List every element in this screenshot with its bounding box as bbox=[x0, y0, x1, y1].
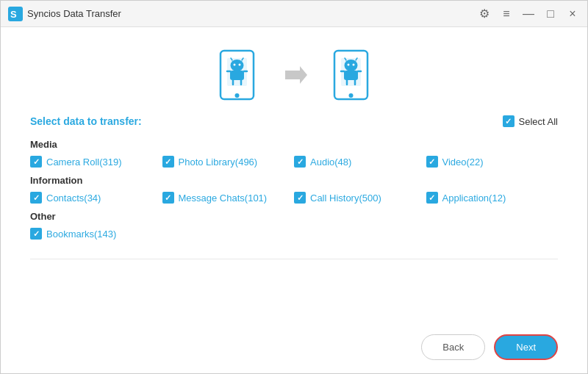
main-content: Select data to transfer: Select All Medi… bbox=[1, 27, 587, 374]
svg-rect-9 bbox=[230, 71, 244, 80]
media-items: Camera Roll(319) Photo Library(496) Audi… bbox=[30, 156, 558, 168]
other-section: Other Bookmarks(143) bbox=[30, 211, 558, 240]
contacts-item[interactable]: Contacts(34) bbox=[30, 192, 162, 204]
app-title: Syncios Data Transfer bbox=[27, 8, 121, 19]
next-button[interactable]: Next bbox=[494, 334, 558, 360]
video-item[interactable]: Video(22) bbox=[426, 156, 559, 168]
svg-point-18 bbox=[345, 60, 358, 71]
bookmarks-item[interactable]: Bookmarks(143) bbox=[30, 228, 162, 240]
message-chats-item[interactable]: Message Chats(101) bbox=[162, 192, 295, 204]
audio-checkbox[interactable] bbox=[294, 156, 306, 168]
select-all-label: Select All bbox=[519, 116, 558, 127]
contacts-label: Contacts(34) bbox=[46, 193, 101, 204]
minimize-button[interactable]: — bbox=[521, 8, 536, 20]
camera-roll-checkbox[interactable] bbox=[30, 156, 42, 168]
svg-point-19 bbox=[348, 64, 350, 66]
photo-library-checkbox[interactable] bbox=[162, 156, 174, 168]
bookmarks-label: Bookmarks(143) bbox=[46, 229, 116, 240]
bookmarks-checkbox[interactable] bbox=[30, 228, 42, 240]
back-button[interactable]: Back bbox=[421, 334, 485, 360]
call-history-label: Call History(500) bbox=[310, 193, 381, 204]
svg-marker-15 bbox=[285, 66, 307, 84]
settings-button[interactable]: ⚙ bbox=[477, 8, 492, 20]
title-bar: S Syncios Data Transfer ⚙ ≡ — □ × bbox=[1, 1, 587, 27]
media-section: Media Camera Roll(319) Photo Library(496… bbox=[30, 139, 558, 168]
photo-library-item[interactable]: Photo Library(496) bbox=[162, 156, 295, 168]
other-section-title: Other bbox=[30, 211, 558, 222]
camera-roll-label: Camera Roll(319) bbox=[46, 157, 122, 168]
transfer-area bbox=[30, 42, 558, 115]
information-section: Information Contacts(34) Message Chats(1… bbox=[30, 175, 558, 204]
audio-label: Audio(48) bbox=[310, 157, 351, 168]
audio-item[interactable]: Audio(48) bbox=[294, 156, 426, 168]
destination-device bbox=[331, 49, 371, 101]
message-chats-checkbox[interactable] bbox=[162, 192, 174, 204]
destination-phone-icon bbox=[331, 49, 371, 101]
select-all-container[interactable]: Select All bbox=[503, 115, 558, 127]
call-history-item[interactable]: Call History(500) bbox=[294, 192, 426, 204]
contacts-checkbox[interactable] bbox=[30, 192, 42, 204]
camera-roll-item[interactable]: Camera Roll(319) bbox=[30, 156, 162, 168]
other-items: Bookmarks(143) bbox=[30, 228, 558, 240]
svg-point-4 bbox=[231, 60, 244, 71]
information-section-title: Information bbox=[30, 175, 558, 186]
svg-text:S: S bbox=[10, 9, 17, 20]
svg-point-20 bbox=[353, 64, 355, 66]
close-button[interactable]: × bbox=[565, 8, 580, 20]
bottom-divider bbox=[30, 259, 558, 259]
svg-point-28 bbox=[349, 93, 354, 98]
application-label: Application(12) bbox=[442, 193, 506, 204]
media-section-title: Media bbox=[30, 139, 558, 150]
bottom-buttons: Back Next bbox=[30, 327, 558, 360]
photo-library-label: Photo Library(496) bbox=[179, 157, 258, 168]
sections-container: Media Camera Roll(319) Photo Library(496… bbox=[30, 139, 558, 247]
application-item[interactable]: Application(12) bbox=[426, 192, 559, 204]
svg-point-6 bbox=[239, 64, 241, 66]
source-device bbox=[217, 49, 257, 101]
transfer-arrow-icon bbox=[279, 60, 309, 90]
select-all-checkbox[interactable] bbox=[503, 115, 514, 127]
video-label: Video(22) bbox=[442, 157, 484, 168]
title-left: S Syncios Data Transfer bbox=[8, 7, 121, 21]
maximize-button[interactable]: □ bbox=[543, 8, 558, 20]
select-data-label: Select data to transfer: bbox=[30, 115, 142, 127]
information-items: Contacts(34) Message Chats(101) Call His… bbox=[30, 192, 558, 204]
select-header: Select data to transfer: Select All bbox=[30, 115, 558, 127]
menu-button[interactable]: ≡ bbox=[499, 8, 514, 20]
application-checkbox[interactable] bbox=[426, 192, 438, 204]
message-chats-label: Message Chats(101) bbox=[179, 193, 268, 204]
svg-point-5 bbox=[234, 64, 236, 66]
call-history-checkbox[interactable] bbox=[294, 192, 306, 204]
video-checkbox[interactable] bbox=[426, 156, 438, 168]
svg-point-14 bbox=[235, 93, 240, 98]
title-controls: ⚙ ≡ — □ × bbox=[477, 8, 580, 20]
svg-rect-23 bbox=[344, 71, 358, 80]
source-phone-icon bbox=[217, 49, 257, 101]
app-logo-icon: S bbox=[8, 7, 23, 21]
